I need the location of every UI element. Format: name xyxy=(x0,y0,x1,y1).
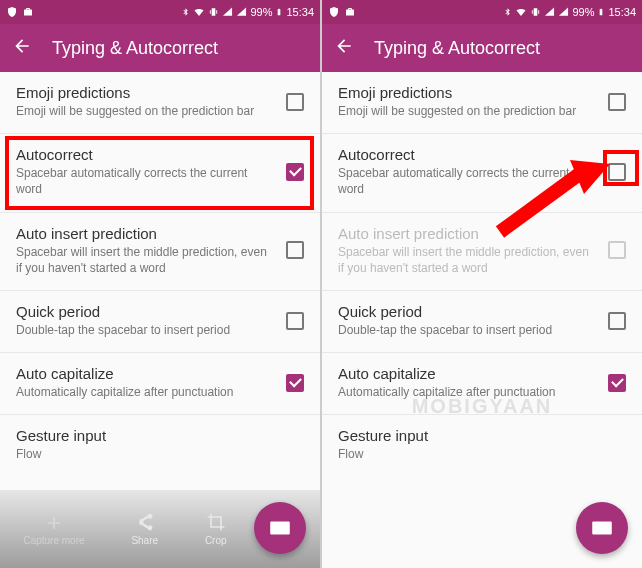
toolbar: Typing & Autocorrect xyxy=(322,24,642,72)
row-capitalize[interactable]: Auto capitalizeAutomatically capitalize … xyxy=(0,353,320,415)
checkbox-emoji[interactable] xyxy=(608,93,626,111)
row-sub: Flow xyxy=(338,446,616,462)
row-title: Auto insert prediction xyxy=(338,225,598,242)
checkbox-capitalize[interactable] xyxy=(608,374,626,392)
keyboard-fab[interactable] xyxy=(576,502,628,554)
checkbox-period[interactable] xyxy=(286,312,304,330)
checkbox-insert[interactable] xyxy=(286,241,304,259)
row-title: Emoji predictions xyxy=(338,84,598,101)
statusbar: 99% 15:34 xyxy=(322,0,642,24)
row-insert: Auto insert predictionSpacebar will inse… xyxy=(322,213,642,291)
briefcase-icon xyxy=(22,6,34,18)
wifi-icon xyxy=(515,6,527,18)
row-gesture[interactable]: Gesture inputFlow xyxy=(322,415,642,476)
row-period[interactable]: Quick periodDouble-tap the spacebar to i… xyxy=(0,291,320,353)
row-emoji[interactable]: Emoji predictionsEmoji will be suggested… xyxy=(322,72,642,134)
bb-label: Capture more xyxy=(23,536,84,546)
row-sub: Emoji will be suggested on the predictio… xyxy=(338,103,598,119)
battery-icon xyxy=(275,6,283,18)
row-period[interactable]: Quick periodDouble-tap the spacebar to i… xyxy=(322,291,642,353)
row-title: Gesture input xyxy=(16,427,294,444)
signal-icon xyxy=(222,6,233,18)
row-title: Emoji predictions xyxy=(16,84,276,101)
signal-icon xyxy=(544,6,555,18)
bb-label: Crop xyxy=(205,535,227,546)
bluetooth-icon xyxy=(181,6,190,18)
row-title: Quick period xyxy=(16,303,276,320)
row-title: Quick period xyxy=(338,303,598,320)
shield-icon xyxy=(6,6,18,18)
capture-more-button[interactable]: Capture more xyxy=(23,513,84,546)
row-gesture[interactable]: Gesture inputFlow xyxy=(0,415,320,476)
crop-button[interactable]: Crop xyxy=(205,512,227,546)
battery-text: 99% xyxy=(572,6,594,18)
row-title: Auto capitalize xyxy=(338,365,598,382)
shield-icon xyxy=(328,6,340,18)
row-sub: Double-tap the spacebar to insert period xyxy=(16,322,276,338)
row-title: Auto insert prediction xyxy=(16,225,276,242)
settings-list: Emoji predictionsEmoji will be suggested… xyxy=(0,72,320,477)
row-autocorrect[interactable]: AutocorrectSpacebar automatically correc… xyxy=(322,134,642,212)
signal2-icon xyxy=(236,6,247,18)
vibrate-icon xyxy=(208,6,219,18)
row-sub: Spacebar will insert the middle predicti… xyxy=(338,244,598,276)
row-title: Autocorrect xyxy=(16,146,276,163)
checkbox-capitalize[interactable] xyxy=(286,374,304,392)
statusbar: 99% 15:34 xyxy=(0,0,320,24)
row-sub: Emoji will be suggested on the predictio… xyxy=(16,103,276,119)
phone-left: 99% 15:34 Typing & Autocorrect Emoji pre… xyxy=(0,0,320,568)
toolbar: Typing & Autocorrect xyxy=(0,24,320,72)
signal2-icon xyxy=(558,6,569,18)
phone-right: 99% 15:34 Typing & Autocorrect Emoji pre… xyxy=(322,0,642,568)
row-sub: Spacebar automatically corrects the curr… xyxy=(16,165,276,197)
keyboard-fab[interactable] xyxy=(254,502,306,554)
watermark: MOBIGYAAN xyxy=(412,395,553,418)
bb-label: Share xyxy=(131,535,158,546)
row-sub: Spacebar will insert the middle predicti… xyxy=(16,244,276,276)
share-button[interactable]: Share xyxy=(131,512,158,546)
wifi-icon xyxy=(193,6,205,18)
back-icon[interactable] xyxy=(334,36,354,60)
row-sub: Double-tap the spacebar to insert period xyxy=(338,322,598,338)
checkbox-autocorrect[interactable] xyxy=(286,163,304,181)
row-insert[interactable]: Auto insert predictionSpacebar will inse… xyxy=(0,213,320,291)
row-title: Gesture input xyxy=(338,427,616,444)
row-sub: Flow xyxy=(16,446,294,462)
vibrate-icon xyxy=(530,6,541,18)
back-icon[interactable] xyxy=(12,36,32,60)
checkbox-emoji[interactable] xyxy=(286,93,304,111)
row-title: Auto capitalize xyxy=(16,365,276,382)
row-sub: Spacebar automatically corrects the curr… xyxy=(338,165,598,197)
row-title: Autocorrect xyxy=(338,146,598,163)
checkbox-period[interactable] xyxy=(608,312,626,330)
briefcase-icon xyxy=(344,6,356,18)
checkbox-autocorrect[interactable] xyxy=(608,163,626,181)
row-sub: Automatically capitalize after punctuati… xyxy=(16,384,276,400)
battery-text: 99% xyxy=(250,6,272,18)
row-emoji[interactable]: Emoji predictionsEmoji will be suggested… xyxy=(0,72,320,134)
bluetooth-icon xyxy=(503,6,512,18)
checkbox-insert xyxy=(608,241,626,259)
page-title: Typing & Autocorrect xyxy=(374,38,540,59)
clock-text: 15:34 xyxy=(608,6,636,18)
row-autocorrect[interactable]: AutocorrectSpacebar automatically correc… xyxy=(0,134,320,212)
clock-text: 15:34 xyxy=(286,6,314,18)
page-title: Typing & Autocorrect xyxy=(52,38,218,59)
battery-icon xyxy=(597,6,605,18)
